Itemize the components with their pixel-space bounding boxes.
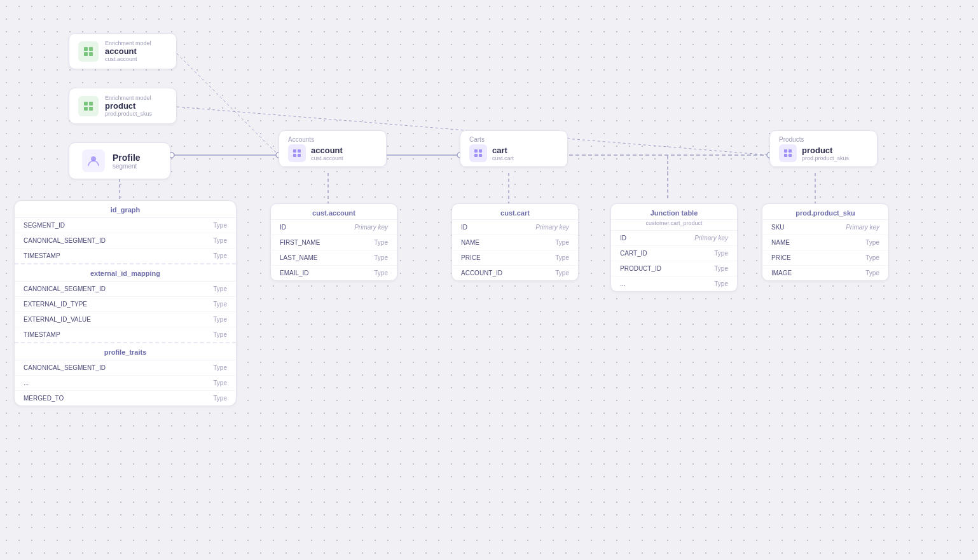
svg-rect-25 (293, 149, 296, 153)
entity-card-carts[interactable]: Carts cart cust.cart (460, 130, 568, 167)
table-row: LAST_NAME Type (271, 250, 397, 266)
table-row: CANONICAL_SEGMENT_ID Type (15, 233, 236, 249)
table-row: NAME Type (452, 235, 578, 250)
table-row: CANONICAL_SEGMENT_ID Type (15, 360, 236, 376)
table-row: TIMESTAMP Type (15, 249, 236, 263)
accounts-sub: cust.account (311, 155, 343, 161)
table-row: FIRST_NAME Type (271, 235, 397, 250)
carts-sub: cust.cart (492, 155, 514, 161)
enrichment-account-icon (78, 41, 99, 62)
table-row: NAME Type (762, 235, 888, 250)
table-row: CART_ID Type (611, 246, 737, 261)
table-row: EXTERNAL_ID_VALUE Type (15, 312, 236, 327)
products-name: product (802, 146, 849, 155)
svg-rect-29 (474, 149, 478, 153)
table-row: ID Primary key (271, 220, 397, 235)
enrichment-card-account[interactable]: Enrichment model account cust.account (69, 33, 177, 69)
carts-icon (469, 144, 487, 162)
table-row: CANONICAL_SEGMENT_ID Type (15, 282, 236, 297)
enrichment-product-label: Enrichment model (105, 95, 152, 101)
svg-rect-34 (789, 149, 792, 153)
table-row: ID Primary key (611, 231, 737, 246)
section-id-graph-title: id_graph (15, 201, 236, 218)
table-row: ... Type (611, 277, 737, 291)
schema-table-prod-product-sku: prod.product_sku SKU Primary key NAME Ty… (762, 203, 889, 281)
carts-label: Carts (469, 136, 558, 143)
table-row: ... Type (15, 376, 236, 391)
svg-rect-31 (474, 154, 478, 157)
accounts-name: account (311, 146, 343, 155)
svg-rect-23 (89, 107, 93, 111)
svg-rect-27 (293, 154, 296, 157)
table-row: PRICE Type (452, 250, 578, 266)
svg-rect-32 (479, 154, 482, 157)
entity-card-products[interactable]: Products product prod.product_skus (769, 130, 878, 167)
svg-rect-28 (298, 154, 301, 157)
section-profile-traits-title: profile_traits (15, 343, 236, 360)
accounts-label: Accounts (288, 136, 377, 143)
table-row: TIMESTAMP Type (15, 327, 236, 342)
enrichment-account-sub: cust.account (105, 56, 151, 62)
table-row: EXTERNAL_ID_TYPE Type (15, 297, 236, 312)
table-row: ID Primary key (452, 220, 578, 235)
canvas: Enrichment model account cust.account En… (0, 0, 978, 560)
profile-sub: segment (113, 163, 141, 170)
accounts-icon (288, 144, 306, 162)
enrichment-product-name: product (105, 101, 152, 111)
section-external-id-mapping: external_id_mapping CANONICAL_SEGMENT_ID… (15, 264, 236, 343)
svg-rect-20 (84, 102, 88, 106)
schema-table-junction: Junction table customer.cart_product ID … (610, 203, 738, 292)
schema-table-cust-account: cust.account ID Primary key FIRST_NAME T… (270, 203, 397, 281)
svg-line-8 (177, 53, 279, 155)
enrichment-account-name: account (105, 46, 151, 56)
table-row: ACCOUNT_ID Type (452, 266, 578, 280)
entity-card-accounts[interactable]: Accounts account cust.account (279, 130, 387, 167)
section-id-graph: id_graph SEGMENT_ID Type CANONICAL_SEGME… (15, 201, 236, 264)
svg-rect-36 (789, 154, 792, 157)
schema-junction-subtitle: customer.cart_product (611, 220, 737, 231)
schema-prod-product-sku-title: prod.product_sku (762, 204, 888, 220)
schema-cust-cart-title: cust.cart (452, 204, 578, 220)
profile-node[interactable]: Profile segment (69, 142, 170, 179)
table-row: PRICE Type (762, 250, 888, 266)
svg-rect-17 (89, 47, 93, 51)
section-external-id-mapping-title: external_id_mapping (15, 264, 236, 282)
svg-rect-19 (89, 52, 93, 56)
profile-icon (82, 149, 105, 172)
enrichment-product-sub: prod.product_skus (105, 111, 152, 117)
schema-junction-title: Junction table (611, 204, 737, 220)
table-row: PRODUCT_ID Type (611, 261, 737, 277)
products-icon (779, 144, 797, 162)
svg-rect-26 (298, 149, 301, 153)
enrichment-product-icon (78, 96, 99, 116)
svg-rect-33 (784, 149, 787, 153)
carts-name: cart (492, 146, 514, 155)
svg-rect-21 (89, 102, 93, 106)
products-sub: prod.product_skus (802, 155, 849, 161)
table-row: SKU Primary key (762, 220, 888, 235)
svg-rect-30 (479, 149, 482, 153)
svg-rect-22 (84, 107, 88, 111)
profile-schema: id_graph SEGMENT_ID Type CANONICAL_SEGME… (14, 200, 237, 406)
svg-rect-16 (84, 47, 88, 51)
enrichment-card-product[interactable]: Enrichment model product prod.product_sk… (69, 88, 177, 124)
schema-table-cust-cart: cust.cart ID Primary key NAME Type PRICE… (451, 203, 579, 281)
schema-cust-account-title: cust.account (271, 204, 397, 220)
profile-name: Profile (113, 153, 141, 163)
section-profile-traits: profile_traits CANONICAL_SEGMENT_ID Type… (15, 343, 236, 406)
table-row: SEGMENT_ID Type (15, 218, 236, 233)
svg-rect-35 (784, 154, 787, 157)
table-row: IMAGE Type (762, 266, 888, 280)
table-row: EMAIL_ID Type (271, 266, 397, 280)
table-row: MERGED_TO Type (15, 391, 236, 406)
products-label: Products (779, 136, 868, 143)
svg-rect-18 (84, 52, 88, 56)
enrichment-account-label: Enrichment model (105, 40, 151, 46)
